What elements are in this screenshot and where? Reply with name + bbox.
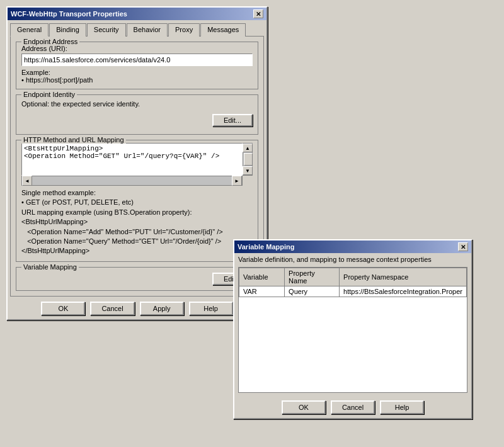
http-method-group: HTTP Method and URL Mapping ▲ ▼ ◄ [16,140,258,262]
scroll-thumb[interactable] [244,153,253,166]
textarea-row: ▲ ▼ [21,143,253,176]
main-dialog: WCF-WebHttp Transport Properties ✕ Gener… [6,6,268,320]
help-button[interactable]: Help [189,302,233,315]
var-title-bar: Variable Mapping ✕ [234,240,471,253]
endpoint-address-label: Endpoint Address [21,38,79,45]
example-label: Example: • https://host[:port]/path [21,69,253,84]
url-mapping-area: ▲ ▼ ◄ ► [21,143,253,186]
tab-messages[interactable]: Messages [200,23,246,37]
main-title-bar: WCF-WebHttp Transport Properties ✕ [8,8,266,20]
variable-mapping-group: Variable Mapping Edit... [16,267,258,291]
tab-bar: General Binding Security Behavior Proxy … [8,20,266,36]
tab-general[interactable]: General [10,23,49,37]
address-field-label: Address (URI): [21,45,253,52]
bottom-button-row: OK Cancel Apply Help [8,297,266,319]
scroll-track [243,152,252,166]
title-bar-buttons: ✕ [253,9,263,18]
col-property-name: Property Name [285,268,340,286]
xml-content-textarea[interactable] [21,143,243,176]
var-dialog-description: Variable definition, and mapping to mess… [234,253,471,267]
vertical-scrollbar[interactable]: ▲ ▼ [243,143,253,176]
variable-mapping-edit-row: Edit... [21,273,253,285]
scroll-right-arrow[interactable]: ► [232,176,242,186]
endpoint-identity-group: Endpoint Identity Optional: the expected… [16,94,258,135]
scroll-left-arrow[interactable]: ◄ [22,176,32,186]
cell-property-name: Query [285,286,340,297]
col-property-namespace: Property Namespace [340,268,467,286]
endpoint-identity-desc: Optional: the expected service identity. [21,98,253,114]
col-variable: Variable [239,268,285,286]
var-bottom-button-row: OK Cancel Help [234,395,471,418]
var-title-bar-buttons: ✕ [458,242,468,251]
variable-mapping-group-label: Variable Mapping [21,263,79,271]
endpoint-identity-label: Endpoint Identity [21,91,77,98]
http-method-label: HTTP Method and URL Mapping [21,136,126,144]
tab-content-general: Endpoint Address Address (URI): Example:… [10,36,264,297]
var-ok-button[interactable]: OK [282,400,326,414]
table-row[interactable]: VAR Query https://BtsSalesforceIntegrati… [239,286,467,297]
cell-property-namespace: https://BtsSalesforceIntegration.Proper [340,286,467,297]
cancel-button[interactable]: Cancel [90,302,134,315]
info-text: Single method example: • GET (or POST, P… [21,188,253,256]
tab-proxy[interactable]: Proxy [168,23,200,37]
endpoint-identity-edit-button[interactable]: Edit... [212,114,253,127]
cell-variable: VAR [239,286,285,297]
tab-behavior[interactable]: Behavior [127,23,168,37]
var-close-button[interactable]: ✕ [458,242,468,251]
tab-binding[interactable]: Binding [49,23,86,37]
var-help-button[interactable]: Help [380,400,424,414]
close-button[interactable]: ✕ [253,9,263,18]
tab-security[interactable]: Security [87,23,126,37]
endpoint-address-group: Endpoint Address Address (URI): Example:… [16,42,258,89]
variable-table: Variable Property Name Property Namespac… [239,268,467,297]
horizontal-scrollbar[interactable]: ◄ ► [21,176,243,186]
apply-button[interactable]: Apply [140,302,184,315]
scroll-down-arrow[interactable]: ▼ [243,166,253,175]
main-title-text: WCF-WebHttp Transport Properties [11,10,127,18]
ok-button[interactable]: OK [41,302,85,315]
var-title-text: Variable Mapping [238,243,294,251]
scroll-track-h [32,176,232,185]
var-table-area: Variable Property Name Property Namespac… [238,267,467,393]
address-input[interactable] [21,54,253,66]
var-cancel-button[interactable]: Cancel [331,400,375,414]
scroll-up-arrow[interactable]: ▲ [243,144,253,152]
variable-mapping-dialog: Variable Mapping ✕ Variable definition, … [233,239,472,419]
